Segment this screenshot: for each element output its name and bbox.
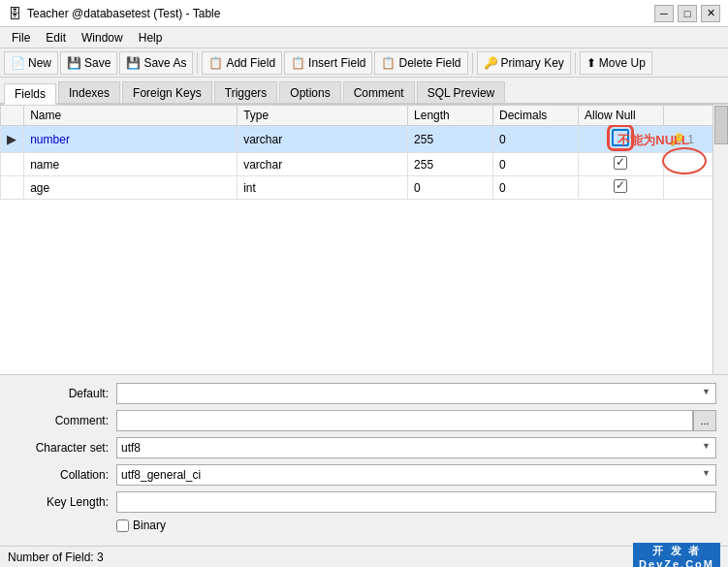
form-row-comment: Comment: ... [12, 410, 716, 431]
save-button[interactable]: 💾 Save [60, 51, 117, 75]
keylength-label: Key Length: [12, 495, 109, 509]
tab-foreign-keys[interactable]: Foreign Keys [122, 81, 212, 103]
charset-label: Character set: [12, 441, 109, 455]
menu-window[interactable]: Window [74, 29, 131, 47]
binary-label: Binary [133, 519, 166, 532]
field-type-age: int [237, 176, 408, 200]
binary-checkbox[interactable] [116, 520, 129, 532]
charset-select[interactable]: utf8 [116, 437, 716, 458]
devze-watermark: 开 发 者 DevZe.CoM [633, 543, 720, 567]
form-row-keylength: Key Length: [12, 491, 716, 513]
insert-field-icon: 📋 [291, 56, 305, 70]
field-length-number: 255 [408, 126, 493, 153]
primary-key-button[interactable]: 🔑 Primary Key [477, 51, 571, 75]
tab-options[interactable]: Options [279, 81, 340, 103]
fields-table-wrapper: Name Type Length Decimals Allow Null ▶ n… [0, 105, 728, 374]
table-row: name varchar 255 0 [1, 153, 728, 176]
toolbar: 📄 New 💾 Save 💾 Save As 📋 Add Field 📋 Ins… [0, 48, 728, 78]
default-select[interactable] [116, 383, 716, 404]
window-title: Teacher @databasetest (Test) - Table [27, 7, 654, 20]
scrollbar-thumb[interactable] [714, 106, 728, 144]
move-up-button[interactable]: ⬆ Move Up [580, 51, 652, 75]
field-name-age: age [24, 176, 237, 200]
tabs-bar: Fields Indexes Foreign Keys Triggers Opt… [0, 78, 728, 105]
form-row-charset: Character set: utf8 [12, 437, 716, 458]
col-decimals: Decimals [493, 106, 579, 126]
menu-bar: File Edit Window Help [0, 27, 728, 48]
field-name-number: number [24, 126, 237, 153]
charset-select-wrapper: utf8 [116, 437, 716, 458]
insert-field-label: Insert Field [308, 56, 365, 70]
insert-field-button[interactable]: 📋 Insert Field [284, 51, 372, 75]
field-length-age: 0 [408, 176, 493, 200]
delete-field-icon: 📋 [381, 56, 396, 70]
col-name: Name [24, 106, 237, 126]
col-type: Type [237, 106, 408, 126]
form-row-default: Default: [12, 383, 716, 404]
comment-label: Comment: [12, 414, 109, 427]
new-label: New [28, 56, 51, 70]
delete-field-button[interactable]: 📋 Delete Field [374, 51, 467, 75]
add-field-label: Add Field [226, 56, 275, 70]
field-decimals-number: 0 [493, 126, 579, 153]
table-row: ▶ number varchar 255 0 🔑 1 [1, 126, 728, 153]
comment-input[interactable] [116, 410, 693, 431]
field-allownull-age[interactable] [579, 176, 664, 200]
content-area: Name Type Length Decimals Allow Null ▶ n… [0, 105, 728, 546]
primary-key-icon: 🔑 [484, 56, 498, 70]
key-icon: 🔑 [670, 133, 684, 146]
form-row-collation: Collation: utf8_general_ci [12, 464, 716, 486]
binary-checkbox-group: Binary [116, 519, 166, 532]
menu-help[interactable]: Help [131, 29, 171, 47]
new-icon: 📄 [11, 56, 25, 70]
collation-label: Collation: [12, 468, 109, 482]
comment-btn[interactable]: ... [693, 410, 716, 431]
allow-null-checkbox-age[interactable] [614, 179, 627, 193]
add-field-button[interactable]: 📋 Add Field [202, 51, 282, 75]
maximize-button[interactable]: □ [678, 5, 697, 22]
fields-table: Name Type Length Decimals Allow Null ▶ n… [0, 105, 728, 200]
tab-sql-preview[interactable]: SQL Preview [417, 81, 506, 103]
watermark-line2: DevZe.CoM [639, 558, 714, 567]
field-allownull-name[interactable] [579, 153, 664, 176]
field-allownull-number[interactable] [579, 126, 664, 153]
field-length-name: 255 [408, 153, 493, 176]
menu-edit[interactable]: Edit [38, 29, 74, 47]
table-row: age int 0 0 [1, 176, 728, 200]
save-as-label: Save As [143, 56, 186, 70]
vertical-scrollbar[interactable] [712, 105, 728, 374]
app-icon: 🗄 [8, 6, 21, 21]
field-name-name: name [24, 153, 237, 176]
allow-null-checkbox-name[interactable] [614, 156, 627, 170]
row-indicator-name [1, 153, 24, 176]
status-bar: Number of Field: 3 开 发 者 DevZe.CoM [0, 546, 728, 567]
default-label: Default: [12, 387, 109, 400]
menu-file[interactable]: File [4, 29, 38, 47]
row-indicator: ▶ [1, 126, 24, 153]
form-row-binary: Binary [12, 519, 716, 532]
tab-indexes[interactable]: Indexes [58, 81, 120, 103]
save-as-button[interactable]: 💾 Save As [119, 51, 193, 75]
primary-key-label: Primary Key [501, 56, 564, 70]
allow-null-checkbox-number[interactable] [612, 129, 629, 146]
toolbar-separator-1 [197, 52, 198, 74]
tab-comment[interactable]: Comment [343, 81, 415, 103]
field-decimals-age: 0 [493, 176, 579, 200]
collation-select-wrapper: utf8_general_ci [116, 464, 716, 486]
save-as-icon: 💾 [126, 56, 141, 70]
keylength-input[interactable] [116, 491, 716, 513]
save-label: Save [84, 56, 111, 70]
delete-field-label: Delete Field [398, 56, 460, 70]
toolbar-separator-3 [575, 52, 576, 74]
collation-select[interactable]: utf8_general_ci [116, 464, 716, 486]
row-indicator-age [1, 176, 24, 200]
toolbar-separator-2 [472, 52, 473, 74]
tab-fields[interactable]: Fields [4, 83, 56, 105]
new-button[interactable]: 📄 New [4, 51, 58, 75]
close-button[interactable]: ✕ [701, 5, 720, 22]
tab-triggers[interactable]: Triggers [214, 81, 278, 103]
watermark-line1: 开 发 者 [639, 544, 714, 558]
minimize-button[interactable]: ─ [654, 5, 674, 22]
bottom-form: Default: Comment: ... Character set: [0, 374, 728, 546]
col-indicator [1, 106, 24, 126]
